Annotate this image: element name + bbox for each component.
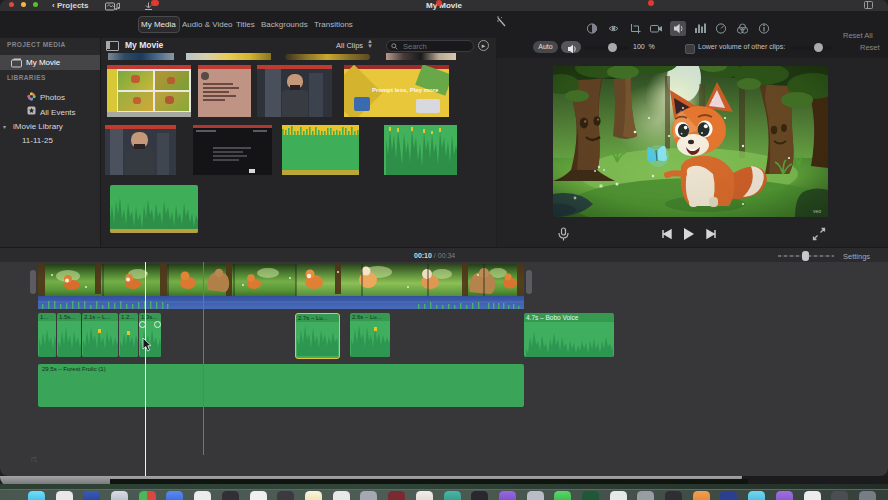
svg-text:veo: veo <box>813 208 821 214</box>
